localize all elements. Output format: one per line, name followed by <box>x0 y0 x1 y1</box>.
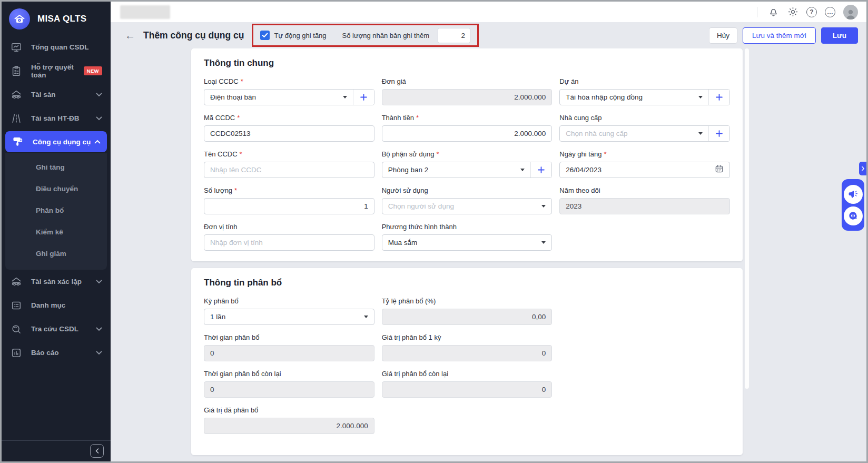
field-du-an: Dự án Tái hòa nhập cộng đồng <box>559 77 730 105</box>
field-loai-ccdc: Loại CCDC* Điện thoại bàn <box>204 77 374 105</box>
floating-support-widget <box>842 179 864 231</box>
sidebar-item-label: Tổng quan CSDL <box>31 43 102 51</box>
sidebar-item-tong-quan-csdl[interactable]: Tổng quan CSDL <box>2 35 111 59</box>
sidebar-item-bao-cao[interactable]: Báo cáo <box>2 341 111 365</box>
ky-phan-bo-select[interactable]: 1 lần <box>204 309 374 324</box>
sidebar-item-tra-cuu-csdl[interactable]: Tra cứu CSDL <box>2 317 111 341</box>
add-nha-cung-cap-button[interactable] <box>708 126 729 141</box>
back-arrow-icon[interactable]: ← <box>125 30 135 41</box>
field-thoi-gian-phan-bo: Thời gian phân bổ <box>204 333 374 361</box>
nha-cung-cap-select[interactable]: Chọn nhà cung cấp <box>560 126 708 141</box>
field-nha-cung-cap: Nhà cung cấp Chọn nhà cung cấp <box>559 113 730 142</box>
ma-ccdc-input[interactable] <box>204 125 374 142</box>
sidebar-item-danh-muc[interactable]: Danh mục <box>2 293 111 317</box>
settings-gear-icon[interactable] <box>787 6 798 18</box>
don-gia-input <box>382 89 553 105</box>
sidebar-item-label: Hỗ trợ quyết toán <box>31 63 84 79</box>
date-value: 26/04/2023 <box>566 166 715 174</box>
field-ma-ccdc: Mã CCDC* <box>204 113 374 142</box>
add-bo-phan-button[interactable] <box>530 162 551 178</box>
submenu-item-kiem-ke[interactable]: Kiểm kê <box>5 221 107 243</box>
field-label: Bộ phận sử dụng <box>382 150 435 158</box>
asset-establish-icon <box>10 275 23 288</box>
gia-tri-phan-bo-1-ky-input <box>382 345 553 361</box>
announcement-megaphone-button[interactable] <box>844 185 863 204</box>
field-thanh-tien: Thành tiền* <box>382 113 553 142</box>
dashboard-icon <box>10 41 23 54</box>
submenu-item-ghi-tang[interactable]: Ghi tăng <box>5 156 107 178</box>
du-an-select[interactable]: Tái hòa nhập cộng đồng <box>560 90 708 105</box>
more-options-icon[interactable]: … <box>825 7 835 17</box>
placeholder-value: Chọn người sử dụng <box>388 202 542 210</box>
field-label: Giá trị phân bổ 1 kỳ <box>382 333 441 341</box>
add-du-an-button[interactable] <box>708 90 729 105</box>
field-label: Ngày ghi tăng <box>559 150 601 158</box>
plus-icon <box>538 166 545 173</box>
required-marker: * <box>604 150 607 158</box>
field-label: Người sử dụng <box>382 186 428 194</box>
sidebar-item-cong-cu-dung-cu[interactable]: Công cụ dụng cụ <box>5 131 107 152</box>
field-label: Mã CCDC <box>204 114 235 122</box>
placeholder-value: Chọn nhà cung cấp <box>566 130 698 137</box>
save-button[interactable]: Lưu <box>821 27 858 44</box>
vertical-scrollbar[interactable] <box>745 48 749 389</box>
sidebar-collapse-button[interactable] <box>90 444 104 458</box>
so-luong-input[interactable] <box>204 198 374 214</box>
thanh-tien-input[interactable] <box>382 125 553 142</box>
paint-roller-icon <box>12 135 24 148</box>
cancel-button[interactable]: Hủy <box>709 27 737 44</box>
field-label: Dự án <box>559 77 578 85</box>
sidebar-footer <box>2 440 111 461</box>
sidebar-item-tai-san[interactable]: Tài sản <box>2 83 111 106</box>
header-actions: Hủy Lưu và thêm mới Lưu <box>709 27 858 44</box>
ten-ccdc-input[interactable] <box>204 162 374 178</box>
field-gia-tri-phan-bo-con-lai: Giá trị phân bổ còn lại <box>382 369 553 398</box>
field-gia-tri-da-phan-bo: Giá trị đã phân bổ <box>204 406 374 434</box>
brand-name: MISA QLTS <box>37 14 86 24</box>
field-ten-ccdc: Tên CCDC* <box>204 150 374 178</box>
copies-input[interactable] <box>438 28 470 43</box>
chevron-up-icon <box>94 140 101 144</box>
panel-expand-tab[interactable] <box>859 162 866 175</box>
general-info-card: Thông tin chung Loại CCDC* Điện thoại bà… <box>191 48 743 261</box>
bo-phan-su-dung-select[interactable]: Phòng ban 2 <box>382 162 531 178</box>
user-avatar[interactable] <box>843 5 858 19</box>
phuong-thuc-select[interactable]: Mua sắm <box>382 235 552 250</box>
required-marker: * <box>240 150 242 158</box>
chevron-down-icon <box>343 96 347 98</box>
sidebar-item-tai-san-ht-db[interactable]: Tài sản HT-ĐB <box>2 106 111 130</box>
list-icon <box>10 299 23 312</box>
help-icon[interactable]: ? <box>806 7 817 17</box>
notification-bell-icon[interactable] <box>767 6 779 18</box>
field-label: Nhà cung cấp <box>559 114 601 122</box>
gia-tri-phan-bo-con-lai-input <box>382 381 553 398</box>
sidebar-item-label: Tài sản xác lập <box>31 278 96 285</box>
chevron-down-icon <box>96 280 102 284</box>
topbar-icons: ? … <box>757 5 858 19</box>
calendar-icon[interactable] <box>715 164 724 175</box>
sidebar-item-tai-san-xac-lap[interactable]: Tài sản xác lập <box>2 270 111 293</box>
don-vi-tinh-input[interactable] <box>204 234 374 251</box>
save-and-new-button[interactable]: Lưu và thêm mới <box>743 27 816 44</box>
submenu-item-ghi-giam[interactable]: Ghi giảm <box>5 243 107 264</box>
field-label: Thành tiền <box>382 114 414 122</box>
asset-icon <box>10 88 23 101</box>
field-label: Phương thức hình thành <box>382 223 457 231</box>
chevron-down-icon <box>96 327 102 331</box>
voice-chat-button[interactable] <box>844 206 863 225</box>
selected-value: Mua sắm <box>388 239 542 247</box>
submenu-item-phan-bo[interactable]: Phân bổ <box>5 200 107 221</box>
auto-increase-checkbox[interactable] <box>260 31 270 40</box>
chevron-left-icon <box>95 448 100 454</box>
nguoi-su-dung-select[interactable]: Chọn người sử dụng <box>382 199 552 214</box>
redacted-org-name <box>120 5 170 19</box>
sidebar-item-ho-tro-quyet-toan[interactable]: Hỗ trợ quyết toán NEW <box>2 59 111 83</box>
field-phuong-thuc-hinh-thanh: Phương thức hình thành Mua sắm <box>382 222 553 251</box>
nam-theo-doi-input <box>559 198 730 214</box>
plus-icon <box>360 94 367 101</box>
add-loai-ccdc-button[interactable] <box>353 90 374 105</box>
submenu-item-dieu-chuyen[interactable]: Điều chuyển <box>5 178 107 200</box>
ngay-ghi-tang-date-input[interactable]: 26/04/2023 <box>560 162 729 178</box>
field-label: Thời gian phân bổ còn lại <box>204 370 281 378</box>
loai-ccdc-select[interactable]: Điện thoại bàn <box>204 90 353 105</box>
